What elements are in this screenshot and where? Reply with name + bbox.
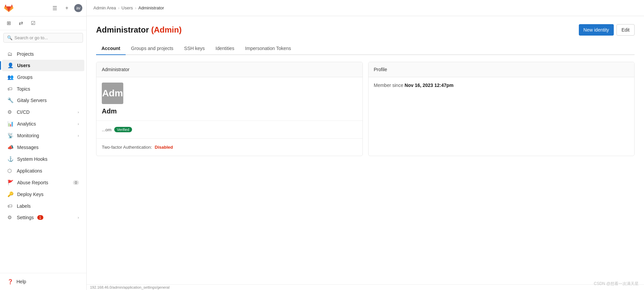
sidebar-item-gitaly-servers[interactable]: 🔧 Gitaly Servers (2, 95, 84, 106)
sidebar-item-label: Deploy Keys (17, 192, 44, 197)
email-row: ...om Verified (102, 125, 357, 134)
page-title: Administrator (Admin) (96, 25, 182, 35)
watermark: CSDN @想看一次满天星 (594, 281, 639, 287)
sidebar-item-label: Applications (17, 168, 42, 174)
tab-ssh-keys[interactable]: SSH keys (179, 42, 210, 55)
page-header: Administrator (Admin) New identity Edit (96, 24, 635, 36)
breadcrumb-current: Administrator (138, 5, 164, 10)
breadcrumb-sep-2: › (135, 5, 136, 10)
status-bar: 192.168.46.0/admin/application_settings/… (87, 284, 644, 290)
header-actions: New identity Edit (579, 24, 635, 36)
sidebar-item-label: CI/CD (17, 109, 30, 115)
edit-button[interactable]: Edit (616, 24, 635, 36)
chevron-icon: › (78, 134, 79, 138)
user-card-body: Adm Adm (96, 77, 362, 120)
applications-icon: ⬡ (7, 168, 13, 174)
sidebar: ☰ + av ⊞ ⇄ ☑ 🔍 Search or go to... 🗂 Proj… (0, 0, 87, 290)
help-item[interactable]: ❓ Help (7, 277, 79, 286)
profile-card-header: Profile (369, 62, 635, 77)
new-item-btn[interactable]: + (62, 3, 72, 13)
sidebar-merge-icon[interactable]: ⇄ (15, 18, 26, 29)
sidebar-item-users[interactable]: 👤 Users (2, 60, 84, 71)
sidebar-item-label: Groups (17, 75, 33, 80)
sidebar-item-label: Analytics (17, 121, 36, 127)
cicd-icon: ⚙ (7, 109, 13, 115)
sidebar-item-groups[interactable]: 👥 Groups (2, 71, 84, 83)
new-identity-button[interactable]: New identity (579, 24, 614, 36)
sidebar-item-label: Monitoring (17, 133, 39, 138)
sidebar-item-label: Topics (17, 86, 30, 92)
labels-icon: 🏷 (7, 203, 13, 209)
sidebar-item-applications[interactable]: ⬡ Applications (2, 165, 84, 177)
sidebar-toggle-btn[interactable]: ☰ (50, 3, 59, 13)
sidebar-item-analytics[interactable]: 📊 Analytics › (2, 118, 84, 130)
help-label: Help (16, 279, 26, 284)
sidebar-footer: ❓ Help (0, 273, 86, 290)
chevron-icon: › (78, 122, 79, 126)
breadcrumb: Admin Area › Users › Administrator (93, 5, 164, 10)
settings-icon: ⚙ (7, 214, 13, 221)
tab-identities[interactable]: Identities (210, 42, 240, 55)
sidebar-item-system-hooks[interactable]: ⚓ System Hooks (2, 153, 84, 165)
topics-icon: 🏷 (7, 86, 13, 92)
two-factor-label: Two-factor Authentication: (102, 145, 152, 150)
two-factor-row: Two-factor Authentication: Disabled (102, 143, 357, 152)
gitaly-icon: 🔧 (7, 97, 14, 103)
messages-icon: 📣 (7, 144, 14, 150)
sidebar-item-settings[interactable]: ⚙ Settings 1 › General 2 Integrations Re… (2, 212, 84, 223)
sidebar-item-label: Messages (17, 145, 39, 150)
sidebar-item-projects[interactable]: 🗂 Projects (2, 48, 84, 59)
sidebar-item-label: System Hooks (17, 156, 47, 162)
profile-card: Profile Member since Nov 16, 2023 12:47p… (368, 62, 635, 156)
breadcrumb-users[interactable]: Users (122, 5, 133, 10)
sidebar-item-labels[interactable]: 🏷 Labels (2, 200, 84, 211)
user-card: Administrator Adm Adm ...om Verified (96, 62, 363, 156)
chevron-icon: › (78, 110, 79, 114)
monitoring-icon: 📡 (7, 133, 14, 139)
breadcrumb-admin-area[interactable]: Admin Area (93, 5, 116, 10)
sidebar-action-icons: ⊞ ⇄ ☑ (0, 16, 86, 30)
two-factor-status: Disabled (155, 145, 173, 150)
tab-impersonation-tokens[interactable]: Impersonation Tokens (240, 42, 297, 55)
abuse-icon: 🚩 (7, 180, 14, 186)
hooks-icon: ⚓ (7, 156, 14, 162)
sidebar-item-label: Abuse Reports (17, 180, 48, 185)
tabs: Account Groups and projects SSH keys Ide… (96, 42, 635, 55)
users-icon: 👤 (7, 62, 14, 68)
sidebar-item-label: Projects (17, 51, 34, 57)
sidebar-item-messages[interactable]: 📣 Messages (2, 142, 84, 153)
sidebar-topbar: ☰ + av (0, 0, 86, 16)
main-content: Admin Area › Users › Administrator Admin… (87, 0, 644, 290)
member-since: Member since Nov 16, 2023 12:47pm (369, 77, 635, 93)
deploy-icon: 🔑 (7, 191, 14, 197)
user-card-header: Administrator (96, 62, 362, 77)
sidebar-item-monitoring[interactable]: 📡 Monitoring › (2, 130, 84, 141)
avatar: Adm (102, 83, 123, 104)
tab-groups-projects[interactable]: Groups and projects (126, 42, 179, 55)
sidebar-item-topics[interactable]: 🏷 Topics (2, 83, 84, 94)
sidebar-item-label: Settings (17, 215, 34, 220)
sidebar-item-label: Gitaly Servers (17, 98, 47, 103)
sidebar-board-icon[interactable]: ⊞ (3, 18, 14, 29)
search-bar[interactable]: 🔍 Search or go to... (3, 33, 83, 43)
sidebar-todo-icon[interactable]: ☑ (28, 18, 38, 29)
gitlab-logo (4, 3, 13, 13)
sidebar-item-abuse-reports[interactable]: 🚩 Abuse Reports 0 (2, 177, 84, 188)
breadcrumb-sep-1: › (118, 5, 119, 10)
analytics-icon: 📊 (7, 121, 14, 127)
content-grid: Administrator Adm Adm ...om Verified (96, 62, 635, 156)
sidebar-item-ci-cd[interactable]: ⚙ CI/CD › (2, 106, 84, 118)
search-placeholder: Search or go to... (14, 35, 48, 40)
sidebar-item-label: Labels (17, 203, 31, 209)
member-since-date: Nov 16, 2023 12:47pm (404, 83, 454, 88)
groups-icon: 👥 (7, 74, 14, 80)
user-avatar-btn[interactable]: av (74, 4, 82, 12)
profile-section: ...om Verified (96, 120, 362, 138)
tab-account[interactable]: Account (96, 42, 126, 55)
settings-badge: 1 (37, 215, 43, 220)
topbar: Admin Area › Users › Administrator (87, 0, 644, 16)
two-factor-section: Two-factor Authentication: Disabled (96, 138, 362, 156)
sidebar-item-deploy-keys[interactable]: 🔑 Deploy Keys (2, 189, 84, 200)
member-since-prefix: Member since (374, 83, 403, 88)
search-icon: 🔍 (7, 35, 12, 40)
